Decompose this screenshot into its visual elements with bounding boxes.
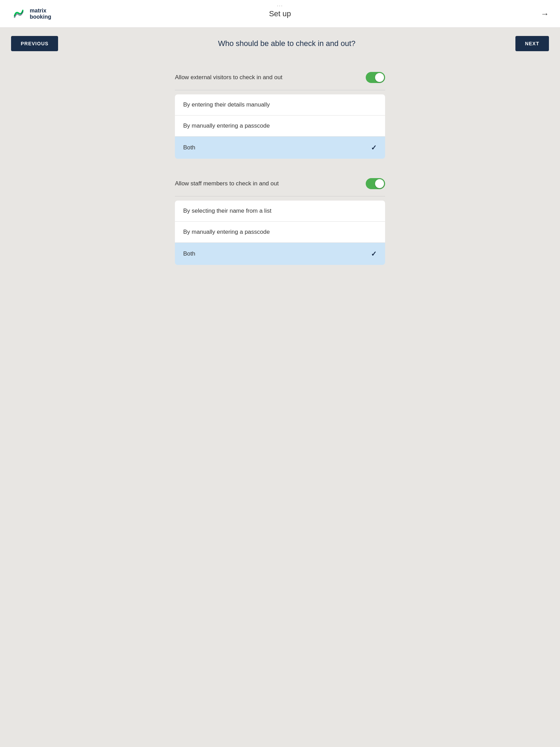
external-toggle-row: Allow external visitors to check in and …: [175, 66, 385, 89]
staff-toggle-label: Allow staff members to check in and out: [175, 180, 279, 187]
external-option-both-label: Both: [183, 144, 195, 151]
previous-button[interactable]: PREVIOUS: [11, 36, 58, 51]
external-option-both[interactable]: Both ✓: [175, 137, 385, 159]
staff-option-name-list-label: By selecting their name from a list: [183, 208, 271, 214]
external-options-list: By entering their details manually By ma…: [175, 94, 385, 159]
main-content: Allow external visitors to check in and …: [169, 59, 391, 299]
app-header: matrix booking ··· Set up →: [0, 0, 560, 28]
external-option-passcode[interactable]: By manually entering a passcode: [175, 116, 385, 137]
external-check-icon: ✓: [371, 144, 377, 152]
staff-option-both[interactable]: Both ✓: [175, 243, 385, 265]
staff-option-both-label: Both: [183, 250, 195, 257]
logo: matrix booking: [11, 6, 51, 21]
nav-bar: PREVIOUS Who should be able to check in …: [0, 28, 560, 59]
progress-dots: ···: [277, 3, 283, 8]
staff-toggle-row: Allow staff members to check in and out: [175, 173, 385, 195]
staff-options-list: By selecting their name from a list By m…: [175, 201, 385, 265]
staff-divider: [175, 196, 385, 196]
external-option-passcode-label: By manually entering a passcode: [183, 122, 270, 129]
staff-option-name-list[interactable]: By selecting their name from a list: [175, 201, 385, 222]
staff-check-icon: ✓: [371, 250, 377, 258]
external-option-manual-details-label: By entering their details manually: [183, 101, 270, 108]
external-toggle-label: Allow external visitors to check in and …: [175, 74, 282, 81]
page-title: Set up: [269, 9, 291, 18]
staff-option-passcode-label: By manually entering a passcode: [183, 229, 270, 236]
nav-question: Who should be able to check in and out?: [58, 39, 515, 48]
logout-button[interactable]: →: [541, 8, 549, 19]
logo-icon: [11, 6, 26, 21]
staff-members-section: Allow staff members to check in and out …: [175, 173, 385, 265]
external-visitors-section: Allow external visitors to check in and …: [175, 66, 385, 159]
logo-text: matrix booking: [30, 8, 51, 20]
staff-toggle-switch[interactable]: [366, 178, 385, 189]
logout-icon: →: [541, 9, 549, 18]
staff-option-passcode[interactable]: By manually entering a passcode: [175, 222, 385, 243]
external-option-manual-details[interactable]: By entering their details manually: [175, 94, 385, 116]
next-button[interactable]: NEXT: [515, 36, 549, 51]
external-divider: [175, 90, 385, 90]
external-toggle-switch[interactable]: [366, 72, 385, 83]
